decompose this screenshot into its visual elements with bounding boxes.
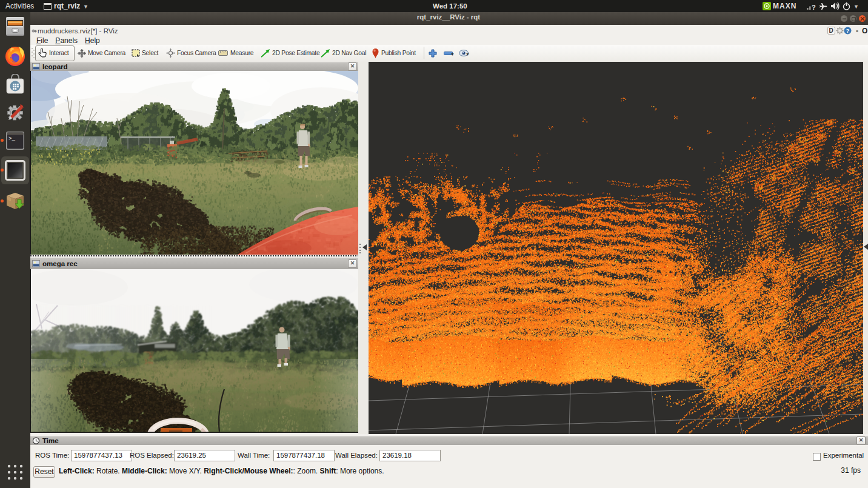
svg-text:?: ? <box>846 27 850 34</box>
svg-text:D: D <box>829 27 833 34</box>
svg-text:?: ? <box>812 4 816 10</box>
svg-text:>_: >_ <box>8 136 15 142</box>
